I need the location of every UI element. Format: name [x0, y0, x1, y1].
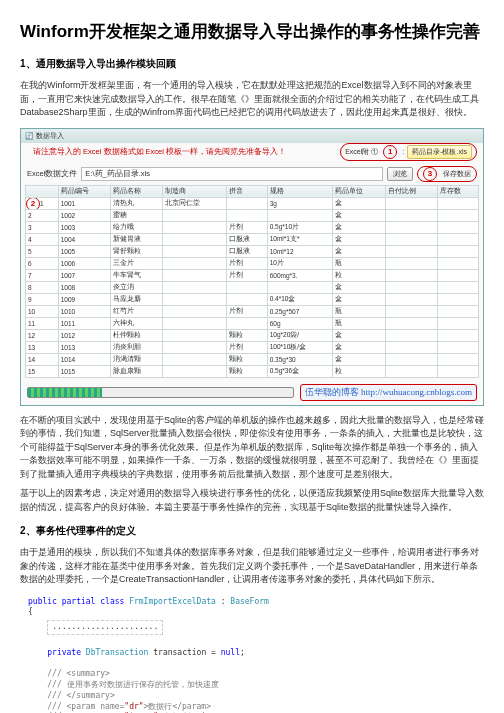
watermark: 伍华聪的博客 http://wuhuacong.cnblogs.com	[300, 384, 477, 401]
section1-heading: 1、通用数据导入导出操作模块回顾	[20, 57, 484, 71]
table-header	[26, 185, 59, 197]
table-row[interactable]: 81008炎立消盒	[26, 281, 479, 293]
code-block: public partial class FrmImportExcelData …	[20, 593, 484, 714]
table-header: 药品单位	[333, 185, 385, 197]
table-row[interactable]: 111011六神丸60g瓶	[26, 317, 479, 329]
page-title: Winform开发框架之通用数据导入导出操作的事务性操作完善	[20, 20, 484, 43]
section1-p1: 在我的Winform开发框架里面，有一个通用的导入模块，它在默默处理这把规范的E…	[20, 79, 484, 120]
table-header: 药品编号	[58, 185, 110, 197]
table-header: 自付比例	[385, 185, 437, 197]
circle-1: 1	[383, 145, 397, 159]
section2-p1: 由于是通用的模块，所以我们不知道具体的数据库事务对象，但是我们能够通过定义一些事…	[20, 546, 484, 587]
table-row[interactable]: 21002蜜糖盒	[26, 209, 479, 221]
import-note: 请注意导入的 Excel 数据格式如 Excel 模板一样，请先阅览先准备导入！	[27, 144, 292, 160]
section2-heading: 2、事务性代理事件的定义	[20, 524, 484, 538]
table-header: 库存数	[437, 185, 478, 197]
table-row[interactable]: 141014消渴清颗颗粒0.35g*30盒	[26, 353, 479, 365]
table-row[interactable]: 71007牛车肾气片剂600mg*3.粒	[26, 269, 479, 281]
excel-label: Excel附 ①	[345, 147, 378, 157]
table-header: 制造商	[163, 185, 226, 197]
table-header: 规格	[267, 185, 333, 197]
table-row[interactable]: 121012杜仲颗粒颗粒10g*20袋/盒	[26, 329, 479, 341]
table-row[interactable]: 101010红芍片片剂0.25g*507瓶	[26, 305, 479, 317]
win-icon: 🔄	[25, 132, 34, 139]
table-row[interactable]: 41004新健胃液口服液10ml*1支*盒	[26, 233, 479, 245]
after-p3: 基于以上的因素考虑，决定对通用的数据导入模块进行事务性的优化，以便适应我频繁使用…	[20, 487, 484, 514]
after-p2: 在不断的项目实践中，发现使用基于Sqlite的客户端的单机版的操作也越来越多，因…	[20, 414, 484, 482]
table-header: 药品名称	[110, 185, 162, 197]
table-row[interactable]: 31003给力哦片剂0.5g*10片盒	[26, 221, 479, 233]
table-header: 拼音	[226, 185, 267, 197]
browse-button[interactable]: 浏览	[387, 167, 413, 181]
import-screenshot: 🔄 数据导入 请注意导入的 Excel 数据格式如 Excel 模板一样，请先阅…	[20, 128, 484, 406]
file-input[interactable]: E:\药_药品目录.xls	[81, 167, 383, 181]
progress-bar	[27, 387, 294, 398]
data-table: 药品编号药品名称制造商拼音规格药品单位自付比例库存数 211001清热丸北京同仁…	[25, 185, 479, 378]
window-title: 🔄 数据导入	[21, 129, 483, 143]
table-row[interactable]: 131013消炎利胆片剂100*10板/盒盒	[26, 341, 479, 353]
table-row[interactable]: 51005肾舒颗粒口服液10ml*12盒	[26, 245, 479, 257]
table-row[interactable]: 151015脉血康颗颗粒0.5g*36盒粒	[26, 365, 479, 377]
save-button[interactable]: 保存数据	[441, 169, 473, 179]
circle-2: 2	[26, 197, 40, 209]
circle-3: 3	[423, 167, 437, 181]
table-row[interactable]: 211001清热丸北京同仁堂3g盒	[26, 197, 479, 209]
excel-attach-group: Excel附 ① 1 : 药品目录-模板.xls	[340, 143, 477, 161]
excel-attachment[interactable]: 药品目录-模板.xls	[407, 145, 472, 159]
file-label: Excel数据文件	[27, 169, 77, 179]
table-row[interactable]: 91009马应龙麝0.4*10盒盒	[26, 293, 479, 305]
save-group: 3 保存数据	[417, 166, 477, 182]
table-row[interactable]: 61006三金片片剂10片瓶	[26, 257, 479, 269]
